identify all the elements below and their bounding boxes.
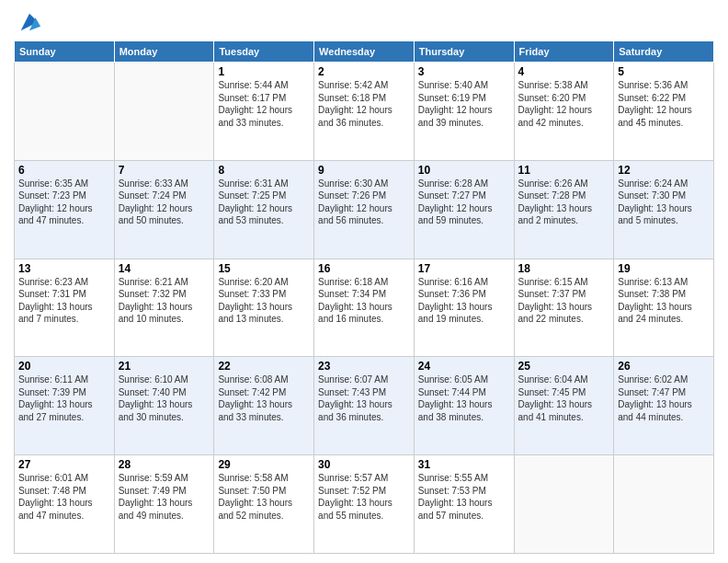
daylight-text: Daylight: 13 hours and 24 minutes. bbox=[618, 302, 692, 325]
weekday-header-friday: Friday bbox=[514, 41, 614, 63]
day-info: Sunrise: 6:10 AMSunset: 7:40 PMDaylight:… bbox=[119, 373, 210, 423]
day-info: Sunrise: 5:40 AMSunset: 6:19 PMDaylight:… bbox=[418, 79, 510, 129]
calendar-cell: 6Sunrise: 6:35 AMSunset: 7:23 PMDaylight… bbox=[15, 160, 115, 259]
daylight-text: Daylight: 13 hours and 7 minutes. bbox=[18, 302, 93, 325]
day-info: Sunrise: 6:33 AMSunset: 7:24 PMDaylight:… bbox=[119, 178, 210, 227]
calendar-cell: 5Sunrise: 5:36 AMSunset: 6:22 PMDaylight… bbox=[614, 63, 714, 161]
calendar-cell: 23Sunrise: 6:07 AMSunset: 7:43 PMDayligh… bbox=[314, 357, 415, 455]
calendar-cell: 9Sunrise: 6:30 AMSunset: 7:26 PMDaylight… bbox=[314, 160, 415, 259]
sunset-text: Sunset: 7:32 PM bbox=[119, 289, 187, 299]
daylight-text: Daylight: 13 hours and 33 minutes. bbox=[218, 399, 292, 422]
sunset-text: Sunset: 6:18 PM bbox=[318, 93, 386, 103]
calendar-cell: 21Sunrise: 6:10 AMSunset: 7:40 PMDayligh… bbox=[114, 357, 214, 455]
daylight-text: Daylight: 13 hours and 38 minutes. bbox=[418, 399, 493, 422]
daylight-text: Daylight: 13 hours and 13 minutes. bbox=[218, 302, 292, 325]
day-number: 18 bbox=[518, 262, 610, 275]
weekday-header-thursday: Thursday bbox=[414, 41, 514, 63]
daylight-text: Daylight: 12 hours and 47 minutes. bbox=[18, 203, 93, 226]
day-info: Sunrise: 6:35 AMSunset: 7:23 PMDaylight:… bbox=[18, 178, 110, 227]
sunrise-text: Sunrise: 6:11 AM bbox=[18, 374, 88, 385]
weekday-header-wednesday: Wednesday bbox=[314, 41, 415, 63]
calendar-cell: 10Sunrise: 6:28 AMSunset: 7:27 PMDayligh… bbox=[414, 160, 514, 259]
calendar-cell: 11Sunrise: 6:26 AMSunset: 7:28 PMDayligh… bbox=[514, 160, 614, 259]
day-number: 22 bbox=[218, 360, 310, 373]
calendar-cell: 13Sunrise: 6:23 AMSunset: 7:31 PMDayligh… bbox=[15, 259, 115, 357]
sunrise-text: Sunrise: 6:08 AM bbox=[218, 374, 288, 385]
sunset-text: Sunset: 7:53 PM bbox=[418, 486, 486, 496]
sunrise-text: Sunrise: 5:59 AM bbox=[119, 473, 188, 483]
sunrise-text: Sunrise: 5:42 AM bbox=[318, 80, 388, 90]
sunset-text: Sunset: 6:19 PM bbox=[418, 93, 486, 103]
daylight-text: Daylight: 13 hours and 16 minutes. bbox=[318, 302, 392, 325]
calendar-header-row: SundayMondayTuesdayWednesdayThursdayFrid… bbox=[15, 41, 714, 63]
day-info: Sunrise: 6:28 AMSunset: 7:27 PMDaylight:… bbox=[418, 178, 510, 227]
day-number: 20 bbox=[18, 360, 110, 373]
day-number: 7 bbox=[119, 164, 210, 177]
calendar-cell: 4Sunrise: 5:38 AMSunset: 6:20 PMDaylight… bbox=[514, 63, 614, 161]
calendar-week-row: 6Sunrise: 6:35 AMSunset: 7:23 PMDaylight… bbox=[15, 160, 714, 259]
day-number: 17 bbox=[418, 262, 510, 275]
sunrise-text: Sunrise: 6:20 AM bbox=[218, 277, 288, 287]
calendar-cell bbox=[614, 455, 714, 554]
day-number: 13 bbox=[18, 262, 110, 275]
day-info: Sunrise: 6:21 AMSunset: 7:32 PMDaylight:… bbox=[119, 276, 210, 326]
day-info: Sunrise: 6:16 AMSunset: 7:36 PMDaylight:… bbox=[418, 276, 510, 326]
sunrise-text: Sunrise: 6:15 AM bbox=[518, 277, 588, 287]
daylight-text: Daylight: 13 hours and 27 minutes. bbox=[18, 399, 93, 422]
sunrise-text: Sunrise: 5:55 AM bbox=[418, 473, 488, 483]
calendar-cell: 8Sunrise: 6:31 AMSunset: 7:25 PMDaylight… bbox=[214, 160, 314, 259]
sunrise-text: Sunrise: 6:26 AM bbox=[518, 178, 588, 189]
day-number: 5 bbox=[618, 65, 710, 78]
day-number: 6 bbox=[18, 164, 110, 177]
day-number: 30 bbox=[318, 458, 410, 471]
sunset-text: Sunset: 7:36 PM bbox=[418, 289, 486, 299]
day-info: Sunrise: 6:07 AMSunset: 7:43 PMDaylight:… bbox=[318, 373, 410, 423]
sunrise-text: Sunrise: 6:30 AM bbox=[318, 178, 388, 189]
day-info: Sunrise: 6:04 AMSunset: 7:45 PMDaylight:… bbox=[518, 373, 610, 423]
calendar-cell bbox=[15, 63, 115, 161]
sunset-text: Sunset: 7:31 PM bbox=[18, 289, 86, 299]
sunrise-text: Sunrise: 6:33 AM bbox=[119, 178, 188, 189]
day-number: 4 bbox=[518, 65, 610, 78]
weekday-header-monday: Monday bbox=[114, 41, 214, 63]
day-info: Sunrise: 5:58 AMSunset: 7:50 PMDaylight:… bbox=[218, 472, 310, 522]
sunset-text: Sunset: 7:38 PM bbox=[618, 289, 686, 299]
day-info: Sunrise: 6:11 AMSunset: 7:39 PMDaylight:… bbox=[18, 373, 110, 423]
daylight-text: Daylight: 12 hours and 59 minutes. bbox=[418, 203, 493, 226]
daylight-text: Daylight: 12 hours and 36 minutes. bbox=[318, 105, 392, 128]
weekday-header-tuesday: Tuesday bbox=[214, 41, 314, 63]
day-number: 14 bbox=[119, 262, 210, 275]
sunset-text: Sunset: 7:23 PM bbox=[18, 190, 86, 201]
daylight-text: Daylight: 12 hours and 45 minutes. bbox=[618, 105, 692, 128]
day-info: Sunrise: 6:08 AMSunset: 7:42 PMDaylight:… bbox=[218, 373, 310, 423]
day-number: 21 bbox=[119, 360, 210, 373]
day-info: Sunrise: 5:57 AMSunset: 7:52 PMDaylight:… bbox=[318, 472, 410, 522]
sunrise-text: Sunrise: 6:21 AM bbox=[119, 277, 188, 287]
day-number: 29 bbox=[218, 458, 310, 471]
calendar-cell: 31Sunrise: 5:55 AMSunset: 7:53 PMDayligh… bbox=[414, 455, 514, 554]
day-number: 16 bbox=[318, 262, 410, 275]
daylight-text: Daylight: 13 hours and 44 minutes. bbox=[618, 399, 692, 422]
calendar-cell: 26Sunrise: 6:02 AMSunset: 7:47 PMDayligh… bbox=[614, 357, 714, 455]
calendar-cell: 7Sunrise: 6:33 AMSunset: 7:24 PMDaylight… bbox=[114, 160, 214, 259]
calendar-cell: 2Sunrise: 5:42 AMSunset: 6:18 PMDaylight… bbox=[314, 63, 415, 161]
sunset-text: Sunset: 6:20 PM bbox=[518, 93, 586, 103]
sunrise-text: Sunrise: 6:31 AM bbox=[218, 178, 288, 189]
logo bbox=[14, 9, 42, 35]
daylight-text: Daylight: 13 hours and 41 minutes. bbox=[518, 399, 593, 422]
day-info: Sunrise: 6:01 AMSunset: 7:48 PMDaylight:… bbox=[18, 472, 110, 522]
calendar-cell: 1Sunrise: 5:44 AMSunset: 6:17 PMDaylight… bbox=[214, 63, 314, 161]
sunset-text: Sunset: 7:39 PM bbox=[18, 387, 86, 397]
day-info: Sunrise: 5:42 AMSunset: 6:18 PMDaylight:… bbox=[318, 79, 410, 129]
sunset-text: Sunset: 7:28 PM bbox=[518, 190, 586, 201]
day-info: Sunrise: 6:15 AMSunset: 7:37 PMDaylight:… bbox=[518, 276, 610, 326]
daylight-text: Daylight: 13 hours and 47 minutes. bbox=[18, 498, 93, 521]
day-info: Sunrise: 6:18 AMSunset: 7:34 PMDaylight:… bbox=[318, 276, 410, 326]
day-number: 28 bbox=[119, 458, 210, 471]
day-info: Sunrise: 6:30 AMSunset: 7:26 PMDaylight:… bbox=[318, 178, 410, 227]
sunset-text: Sunset: 7:34 PM bbox=[318, 289, 386, 299]
sunrise-text: Sunrise: 5:40 AM bbox=[418, 80, 488, 90]
calendar-cell: 22Sunrise: 6:08 AMSunset: 7:42 PMDayligh… bbox=[214, 357, 314, 455]
day-number: 24 bbox=[418, 360, 510, 373]
sunrise-text: Sunrise: 6:02 AM bbox=[618, 374, 688, 385]
